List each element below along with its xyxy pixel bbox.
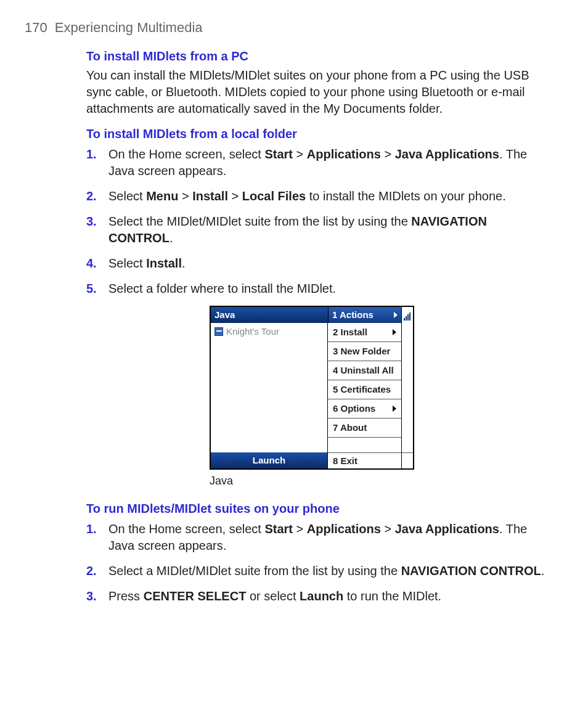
chevron-right-icon — [394, 312, 398, 318]
menu-item-label: 5 Certificates — [333, 383, 391, 396]
chevron-right-icon — [393, 406, 396, 412]
phone-body: Knight's Tour 2 Install3 New Folder4 Uni… — [211, 323, 413, 452]
step-num: 2. — [86, 563, 97, 579]
footer-gutter — [401, 452, 413, 468]
midlet-list: Knight's Tour — [211, 323, 328, 452]
step-4: 4. Select Install. — [86, 255, 551, 272]
midlet-list-item[interactable]: Knight's Tour — [211, 323, 327, 340]
softkey-launch[interactable]: Launch — [211, 452, 328, 468]
phone-frame: Java 1 Actions Knight's Tour 2 Install3 … — [210, 306, 414, 470]
step-num: 2. — [86, 188, 97, 205]
step-5: 5. Select a folder where to install the … — [86, 280, 551, 297]
midlet-name: Knight's Tour — [226, 325, 279, 338]
step-3: 3. Press CENTER SELECT or select Launch … — [86, 588, 551, 605]
menu-item[interactable]: 2 Install — [328, 323, 401, 342]
section-title-run: To run MIDlets/MIDlet suites on your pho… — [86, 500, 551, 517]
step-2: 2. Select Menu > Install > Local Files t… — [86, 188, 551, 205]
step-1: 1. On the Home screen, select Start > Ap… — [86, 146, 551, 179]
phone-titlebar: Java 1 Actions — [211, 307, 413, 323]
titlebar-app-name: Java — [211, 307, 328, 323]
titlebar-menu-highlight[interactable]: 1 Actions — [328, 307, 401, 323]
menu-item[interactable]: 5 Certificates — [328, 380, 401, 399]
step-3: 3. Select the MIDlet/MIDlet suite from t… — [86, 213, 551, 247]
menu-item-label: 7 About — [333, 422, 367, 434]
menu-item[interactable]: 4 Uninstall All — [328, 361, 401, 380]
figure-caption: Java — [210, 473, 551, 488]
step-num: 3. — [86, 588, 97, 605]
step-num: 4. — [86, 255, 97, 272]
menu-item[interactable]: 3 New Folder — [328, 342, 401, 361]
step-num: 1. — [86, 521, 97, 537]
phone-footer: Launch 8 Exit — [211, 452, 413, 468]
step-num: 5. — [86, 280, 97, 297]
menu-item[interactable]: 6 Options — [328, 399, 401, 419]
step-num: 1. — [86, 146, 97, 163]
section-title-install-local: To install MIDlets from a local folder — [86, 126, 551, 142]
signal-icon — [404, 312, 411, 321]
step-2: 2. Select a MIDlet/MIDlet suite from the… — [86, 563, 551, 579]
menu-item-label: 6 Options — [333, 402, 375, 415]
section-title-install-pc: To install MIDlets from a PC — [86, 48, 551, 65]
menu-item-label: 4 Uninstall All — [333, 364, 394, 377]
context-menu: 2 Install3 New Folder4 Uninstall All5 Ce… — [328, 323, 401, 452]
midlet-icon — [214, 327, 223, 336]
menu-item[interactable]: 7 About — [328, 419, 401, 438]
chapter-title: Experiencing Multimedia — [55, 20, 203, 35]
titlebar-menu-label: 1 Actions — [332, 309, 374, 321]
statusbar-signal — [401, 307, 413, 323]
menu-item-exit[interactable]: 8 Exit — [328, 452, 401, 468]
menu-item-label: 3 New Folder — [333, 345, 390, 357]
chevron-right-icon — [393, 329, 396, 335]
steps-run: 1. On the Home screen, select Start > Ap… — [86, 521, 551, 605]
menu-item-label: 2 Install — [333, 326, 367, 338]
scrollbar-gutter — [401, 323, 413, 452]
phone-screenshot: Java 1 Actions Knight's Tour 2 Install3 … — [210, 306, 414, 470]
steps-install-local: 1. On the Home screen, select Start > Ap… — [86, 146, 551, 297]
page-header: 170 Experiencing Multimedia — [25, 18, 551, 37]
step-1: 1. On the Home screen, select Start > Ap… — [86, 521, 551, 554]
page-number: 170 — [25, 20, 47, 35]
step-num: 3. — [86, 213, 97, 230]
section1-body: You can install the MIDlets/MIDlet suite… — [86, 67, 551, 117]
